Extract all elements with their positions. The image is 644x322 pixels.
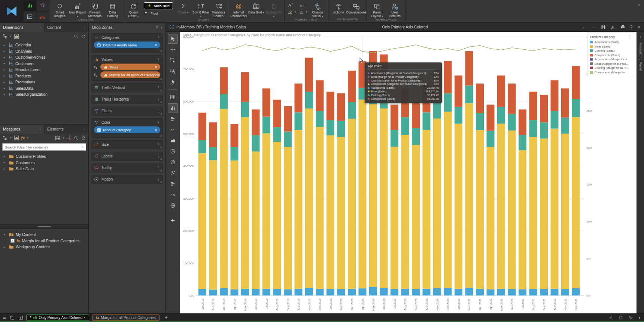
text-color-button[interactable]: A▾ [299, 9, 307, 15]
back-icon[interactable]: ← [581, 24, 586, 30]
new-report-button[interactable]: New Report ▾ [69, 1, 86, 18]
legend-item[interactable]: Clothing (Margin for all Pr... [590, 66, 631, 70]
legend-item[interactable]: Accessories (Margin for al... [590, 57, 631, 62]
collapse-chevron-icon[interactable]: ‹ [83, 127, 85, 131]
share-icon[interactable] [608, 315, 613, 320]
close-icon[interactable]: × [637, 24, 640, 30]
pill-product-category[interactable]: Product Category× [94, 126, 160, 133]
dimension-item-customerprofiles[interactable]: ▸CustomerProfiles [0, 54, 88, 61]
checkbox[interactable]: ✓ [10, 239, 15, 243]
panel-layout-button[interactable]: Panel Layout ▾ [368, 1, 386, 18]
change-visual-button[interactable]: Change Visual ▾ [309, 1, 326, 18]
resize-handle[interactable] [160, 113, 162, 114]
user-defaults-button[interactable]: User Defaults [386, 1, 404, 18]
smart-insights-button[interactable]: Smart Insights [51, 1, 69, 18]
expand-arrow-icon[interactable]: ▸ [4, 167, 7, 171]
members-search-button[interactable]: Members Search [210, 1, 227, 18]
tree-view-icon[interactable] [3, 34, 8, 39]
refresh-icon[interactable] [618, 315, 623, 320]
highlight-color-button[interactable]: ▾ [288, 9, 296, 15]
refresh-metadata-button[interactable]: Refresh Metadata [86, 1, 104, 18]
app-logo-icon[interactable] [0, 0, 23, 22]
pivot-button[interactable]: Pivot [144, 11, 173, 16]
auto-run-toggle[interactable]: Auto Run [144, 2, 173, 9]
kebab-menu-icon[interactable]: ⋮ [157, 120, 160, 125]
fx-icon[interactable]: fx [21, 136, 25, 140]
expand-arrow-icon[interactable]: ▸ [4, 68, 7, 71]
measures-folder-customers[interactable]: ▸Customers [0, 160, 88, 166]
tool-pie-chart[interactable] [168, 147, 178, 156]
chevron-down-icon[interactable]: ▾ [295, 10, 296, 13]
collapse-chevron-icon[interactable]: ‹ [161, 25, 162, 30]
collapse-chevron-icon[interactable]: ‹ [640, 34, 641, 39]
add-tab-button[interactable]: + [162, 315, 170, 321]
actions-button[interactable]: Actions [330, 1, 347, 17]
clipboard-icon[interactable] [10, 315, 15, 320]
collapse-chevron-icon[interactable]: ‹ [39, 25, 41, 30]
expand-arrow-icon[interactable]: ▸ [4, 49, 7, 53]
kebab-menu-icon[interactable]: ⋮ [628, 35, 631, 39]
drop-zone-values[interactable]: Values⋮y1Sales×y2Margin for all Product … [91, 55, 163, 81]
resize-handle[interactable] [160, 169, 162, 171]
tool-scatter-chart[interactable] [168, 168, 178, 178]
dimension-item-products[interactable]: ▸Products [0, 73, 88, 79]
search-icon[interactable] [74, 136, 79, 141]
chart-view-icon[interactable] [14, 135, 19, 141]
collapse-chevron-icon[interactable]: ‹ [83, 25, 85, 30]
drop-zone-labels[interactable]: Labels⋮ [91, 152, 163, 161]
tool-data-pointer[interactable] [168, 77, 178, 87]
kebab-menu-icon[interactable]: ⋮ [157, 36, 160, 40]
save-icon[interactable] [601, 25, 606, 30]
tool-bar-chart[interactable] [168, 103, 178, 113]
tool-table[interactable] [168, 92, 178, 102]
drop-zone-trellis-horizontal[interactable]: Trellis Horizontal⋮ [91, 95, 163, 104]
dimension-item-customers[interactable]: ▸Customers [0, 61, 88, 67]
view-switcher-scatter-view[interactable] [36, 0, 49, 11]
remove-icon[interactable]: × [155, 128, 157, 132]
internal-parameters-button[interactable]: @Internal Parameters [230, 1, 247, 18]
menu-icon[interactable]: ≡ [3, 315, 6, 321]
resize-handle[interactable] [160, 181, 162, 183]
chart-canvas[interactable]: Sales, Margin for all Product Categories… [180, 32, 637, 313]
resize-handle[interactable] [160, 158, 162, 160]
kebab-menu-icon[interactable]: ⋮ [157, 58, 160, 62]
search-icon[interactable] [74, 34, 79, 39]
tool-zoom-select[interactable] [168, 67, 178, 76]
search-input[interactable] [5, 145, 80, 149]
dimension-item-channels[interactable]: ▸Channels [0, 48, 88, 55]
image-view-icon[interactable] [55, 135, 60, 141]
view-switcher-metric-set-view[interactable] [23, 11, 36, 22]
data-grid-button[interactable]: Data Grid ▾ [247, 1, 265, 18]
content-item-margin-for-all-product-categories[interactable]: ✓fxMargin for all Product Categories [0, 238, 88, 244]
font-increase-button[interactable]: A [288, 2, 296, 8]
collapse-chevron-icon[interactable]: ‹ [39, 127, 41, 131]
tool-crosshair[interactable] [168, 45, 178, 55]
legend-item[interactable]: Components (Sales) [590, 53, 631, 58]
tool-map[interactable] [168, 201, 178, 211]
conversations-button[interactable]: Conversations [347, 1, 365, 17]
data-catalog-button[interactable]: Data Catalog [104, 1, 121, 18]
expand-arrow-icon[interactable]: ▸ [4, 161, 7, 164]
font-decrease-button[interactable]: A [299, 2, 307, 8]
tree-view-icon[interactable] [3, 135, 8, 141]
dimension-item-salesorganization[interactable]: ▸SalesOrganization [0, 91, 88, 98]
remove-icon[interactable]: × [155, 65, 157, 69]
tab-only-primary-axis-colored[interactable]: * Only Primary Axis Colored ▾ [26, 315, 89, 321]
drop-zone-size[interactable]: Size⋮ [91, 140, 163, 149]
resize-handle[interactable] [160, 89, 162, 91]
formatting-panel-strip[interactable]: ‹ Formatting Panel [637, 32, 644, 313]
view-switcher-histogram-view[interactable] [36, 11, 49, 22]
measures-folder-customerprofiles[interactable]: ▸CustomerProfiles [0, 153, 88, 160]
tool-area-chart[interactable] [168, 136, 178, 145]
clear-search-icon[interactable]: × [81, 145, 83, 149]
forward-icon[interactable]: → [591, 24, 596, 30]
print-icon[interactable] [620, 25, 625, 30]
tab-margin-for-all-product-categories[interactable]: fx Margin for all Product Categories [92, 315, 160, 321]
drop-zone-trellis-vertical[interactable]: Trellis Vertical⋮ [91, 83, 163, 92]
expand-arrow-icon[interactable]: ▸ [4, 245, 7, 249]
tool-gantt-chart[interactable] [168, 179, 178, 189]
collapse-arrow-icon[interactable]: ▾ [4, 233, 7, 236]
pill-date-full-month-name[interactable]: Date full month name× [94, 42, 160, 48]
drop-zone-categories[interactable]: Categories⋮Date full month name× [91, 33, 163, 53]
resize-handle[interactable] [160, 78, 162, 80]
